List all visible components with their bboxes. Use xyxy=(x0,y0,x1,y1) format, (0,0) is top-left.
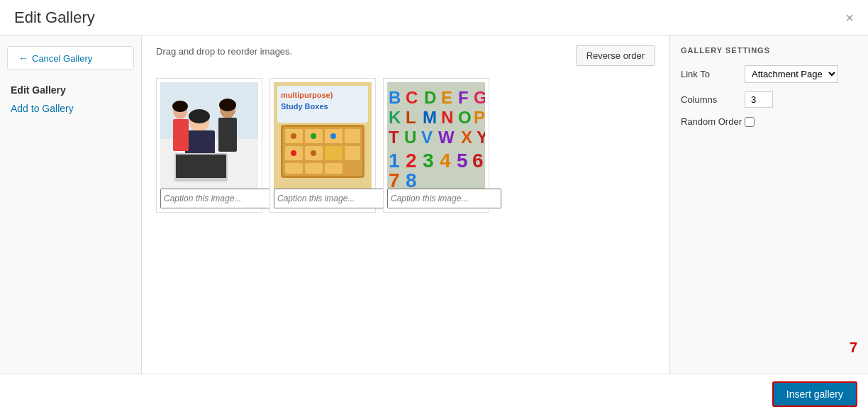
caption-input-1[interactable] xyxy=(160,189,274,208)
alphabet-svg: B C D E F G K L M N O P T xyxy=(387,82,485,189)
gallery-item[interactable]: multipurpose) Study Boxes xyxy=(269,78,376,213)
columns-spinbox xyxy=(745,91,773,108)
svg-text:E: E xyxy=(441,88,452,107)
svg-rect-19 xyxy=(345,129,360,143)
columns-input[interactable] xyxy=(745,91,773,108)
caption-input-3[interactable] xyxy=(387,189,501,208)
svg-text:B: B xyxy=(389,88,401,107)
modal-title: Edit Gallery xyxy=(14,9,95,27)
svg-rect-25 xyxy=(305,163,323,174)
modal-header: Edit Gallery × xyxy=(0,0,868,35)
gallery-grid: multipurpose) Study Boxes xyxy=(156,78,655,213)
random-order-checkbox-wrapper xyxy=(745,117,755,127)
study-boxes-svg: multipurpose) Study Boxes xyxy=(274,82,372,189)
settings-title: GALLERY SETTINGS xyxy=(681,46,857,55)
svg-text:5: 5 xyxy=(457,150,468,172)
svg-rect-24 xyxy=(285,163,303,174)
drag-hint: Drag and drop to reorder images. xyxy=(156,46,292,57)
svg-rect-26 xyxy=(325,163,343,174)
page-number: 7 xyxy=(681,340,857,356)
svg-text:P: P xyxy=(474,108,485,127)
cancel-gallery-button[interactable]: ← Cancel Gallery xyxy=(7,46,134,70)
svg-rect-22 xyxy=(325,146,343,160)
insert-gallery-button[interactable]: Insert gallery xyxy=(772,381,857,407)
sidebar-item-add-to-gallery[interactable]: Add to Gallery xyxy=(7,99,134,118)
svg-text:6: 6 xyxy=(472,150,484,172)
svg-point-10 xyxy=(172,101,188,112)
svg-text:7: 7 xyxy=(389,169,400,189)
svg-text:F: F xyxy=(458,88,469,107)
people-laptop-svg xyxy=(160,82,258,189)
svg-text:4: 4 xyxy=(440,150,451,172)
settings-spacer xyxy=(681,135,857,340)
sidebar-nav: Edit Gallery Add to Gallery xyxy=(0,81,141,118)
link-to-label: Link To xyxy=(681,69,745,79)
svg-text:K: K xyxy=(389,108,401,127)
svg-text:G: G xyxy=(474,88,485,107)
svg-text:T: T xyxy=(389,128,399,147)
settings-panel: GALLERY SETTINGS Link To Attachment Page… xyxy=(669,35,868,374)
columns-label: Columns xyxy=(681,94,745,105)
svg-text:L: L xyxy=(406,108,416,127)
svg-point-11 xyxy=(219,99,236,111)
gallery-image-3: B C D E F G K L M N O P T xyxy=(387,82,485,189)
svg-text:W: W xyxy=(438,128,455,147)
svg-text:8: 8 xyxy=(406,169,417,189)
modal-footer: Insert gallery xyxy=(0,374,868,414)
svg-text:V: V xyxy=(421,128,433,147)
modal-body: ← Cancel Gallery Edit Gallery Add to Gal… xyxy=(0,35,868,374)
svg-rect-5 xyxy=(176,155,226,178)
svg-text:C: C xyxy=(406,88,418,107)
svg-text:D: D xyxy=(424,88,436,107)
cancel-gallery-label: Cancel Gallery xyxy=(32,53,92,64)
gallery-top-bar: Drag and drop to reorder images. Reverse… xyxy=(156,46,655,67)
svg-text:U: U xyxy=(404,128,416,147)
link-to-row: Link To Attachment Page Media File None xyxy=(681,65,857,83)
svg-point-34 xyxy=(311,150,316,156)
svg-text:Study Boxes: Study Boxes xyxy=(281,102,328,111)
svg-rect-7 xyxy=(173,119,189,151)
reverse-order-button[interactable]: Reverse order xyxy=(576,45,655,66)
main-content: Drag and drop to reorder images. Reverse… xyxy=(142,35,669,374)
svg-point-32 xyxy=(330,133,336,139)
gallery-image-2: multipurpose) Study Boxes xyxy=(274,82,372,189)
svg-point-33 xyxy=(291,150,296,156)
gallery-item[interactable]: B C D E F G K L M N O P T xyxy=(383,78,489,213)
svg-text:X: X xyxy=(461,128,472,147)
svg-text:1: 1 xyxy=(389,150,400,172)
svg-text:Y: Y xyxy=(477,128,485,147)
link-to-select[interactable]: Attachment Page Media File None xyxy=(745,65,838,83)
svg-text:2: 2 xyxy=(406,150,417,172)
random-order-label: Random Order xyxy=(681,116,745,127)
svg-text:M: M xyxy=(423,108,437,127)
gallery-image-1 xyxy=(160,82,258,189)
svg-rect-23 xyxy=(345,146,360,160)
caption-input-2[interactable] xyxy=(274,189,388,208)
arrow-icon: ← xyxy=(18,52,28,64)
svg-point-30 xyxy=(291,133,296,139)
modal-container: Edit Gallery × ← Cancel Gallery Edit Gal… xyxy=(0,0,868,414)
close-button[interactable]: × xyxy=(845,11,854,25)
gallery-item[interactable] xyxy=(156,78,262,213)
random-order-checkbox[interactable] xyxy=(745,117,755,127)
svg-text:3: 3 xyxy=(423,150,434,172)
svg-text:N: N xyxy=(441,108,453,127)
svg-point-31 xyxy=(311,133,316,139)
columns-row: Columns xyxy=(681,91,857,108)
svg-point-12 xyxy=(189,109,210,123)
sidebar: ← Cancel Gallery Edit Gallery Add to Gal… xyxy=(0,35,142,374)
random-order-row: Random Order xyxy=(681,116,857,127)
svg-text:O: O xyxy=(458,108,472,127)
sidebar-item-edit-gallery[interactable]: Edit Gallery xyxy=(7,81,134,99)
svg-rect-9 xyxy=(218,118,237,152)
svg-text:multipurpose): multipurpose) xyxy=(281,91,333,99)
